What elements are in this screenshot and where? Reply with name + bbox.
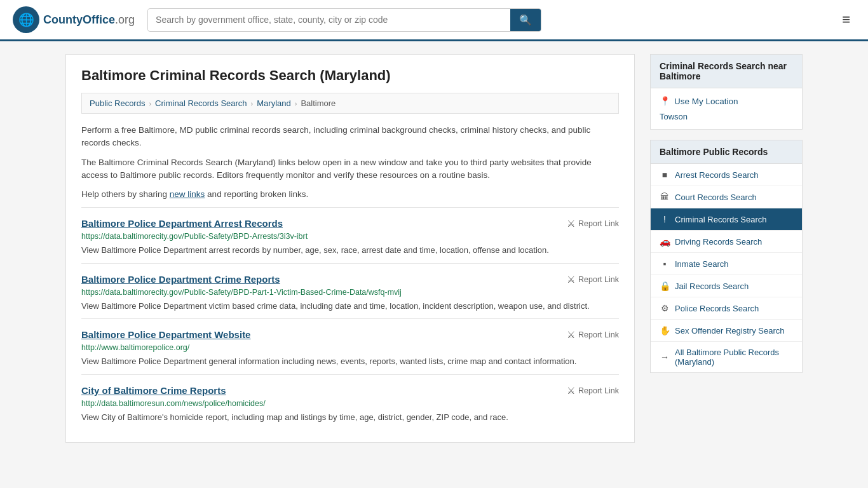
report-link-1[interactable]: ⚔ Report Link <box>567 274 619 285</box>
result-desc-2: View Baltimore Police Department general… <box>81 355 619 368</box>
report-link-3[interactable]: ⚔ Report Link <box>567 385 619 396</box>
result-title-arrest-records[interactable]: Baltimore Police Department Arrest Recor… <box>81 218 283 229</box>
sidebar-criminal-records-title: Criminal Records Search near Baltimore <box>651 55 802 88</box>
page-title: Baltimore Criminal Records Search (Maryl… <box>81 67 619 84</box>
result-header: City of Baltimore Crime Reports ⚔ Report… <box>81 385 619 396</box>
new-links-link[interactable]: new links <box>170 189 205 199</box>
result-desc-3: View City of Baltimore's homicide report… <box>81 411 619 424</box>
search-button[interactable]: 🔍 <box>510 9 541 31</box>
result-title-crime-reports[interactable]: Baltimore Police Department Crime Report… <box>81 274 280 285</box>
result-item: Baltimore Police Department Arrest Recor… <box>81 207 619 263</box>
driving-records-icon: 🚗 <box>660 236 670 247</box>
result-header: Baltimore Police Department Arrest Recor… <box>81 218 619 229</box>
sidebar-item-driving-records[interactable]: 🚗 Driving Records Search <box>651 231 802 253</box>
result-url-0: https://data.baltimorecity.gov/Public-Sa… <box>81 232 619 241</box>
sidebar-location: 📍 Use My Location Towson <box>651 88 802 129</box>
report-icon-3: ⚔ <box>567 385 575 396</box>
nearby-city-link[interactable]: Towson <box>660 112 688 121</box>
result-url-1: https://data.baltimorecity.gov/Public-Sa… <box>81 288 619 297</box>
main-content: Baltimore Criminal Records Search (Maryl… <box>65 54 635 443</box>
result-item: Baltimore Police Department Website ⚔ Re… <box>81 318 619 374</box>
result-item: Baltimore Police Department Crime Report… <box>81 263 619 319</box>
report-icon-2: ⚔ <box>567 329 575 341</box>
search-bar: 🔍 <box>147 8 541 32</box>
report-icon-1: ⚔ <box>567 274 575 285</box>
site-header: 🌐 CountyOffice.org 🔍 ≡ <box>0 0 868 41</box>
search-input[interactable] <box>148 10 510 30</box>
result-desc-1: View Baltimore Police Department victim … <box>81 300 619 313</box>
sidebar-criminal-records-section: Criminal Records Search near Baltimore 📍… <box>650 54 803 130</box>
jail-records-icon: 🔒 <box>660 281 670 291</box>
criminal-records-icon: ! <box>660 214 670 224</box>
result-url-3: http://data.baltimoresun.com/news/police… <box>81 399 619 408</box>
result-title-city-crime-reports[interactable]: City of Baltimore Crime Reports <box>81 385 226 396</box>
sidebar: Criminal Records Search near Baltimore 📍… <box>650 54 803 443</box>
breadcrumb-sep-1: › <box>149 100 151 107</box>
logo-text: CountyOffice.org <box>43 13 135 27</box>
sidebar-item-police-records[interactable]: ⚙ Police Records Search <box>651 297 802 320</box>
result-title-pd-website[interactable]: Baltimore Police Department Website <box>81 329 250 340</box>
sidebar-item-jail-records[interactable]: 🔒 Jail Records Search <box>651 275 802 297</box>
report-link-0[interactable]: ⚔ Report Link <box>567 218 619 229</box>
location-pin-icon: 📍 <box>660 96 670 106</box>
all-records-link[interactable]: → All Baltimore Public Records (Maryland… <box>651 342 802 372</box>
police-records-icon: ⚙ <box>660 303 670 313</box>
sex-offender-icon: ✋ <box>660 325 670 336</box>
logo-link[interactable]: 🌐 CountyOffice.org <box>13 6 135 33</box>
arrest-records-icon: ■ <box>660 170 670 180</box>
result-item: City of Baltimore Crime Reports ⚔ Report… <box>81 374 619 430</box>
all-records-icon: → <box>660 352 670 362</box>
sidebar-item-criminal-records[interactable]: ! Criminal Records Search <box>651 208 802 231</box>
result-header: Baltimore Police Department Crime Report… <box>81 274 619 285</box>
description-2: The Baltimore Criminal Records Search (M… <box>81 156 619 182</box>
breadcrumb-item-maryland[interactable]: Maryland <box>257 98 290 108</box>
sidebar-item-arrest-records[interactable]: ■ Arrest Records Search <box>651 164 802 186</box>
results-list: Baltimore Police Department Arrest Recor… <box>81 207 619 430</box>
description-3: Help others by sharing new links and rep… <box>81 188 619 201</box>
sidebar-public-records-title: Baltimore Public Records <box>651 140 802 164</box>
sidebar-public-records-section: Baltimore Public Records ■ Arrest Record… <box>650 140 803 373</box>
breadcrumb-item-public-records[interactable]: Public Records <box>90 98 145 108</box>
result-desc-0: View Baltimore Police Department arrest … <box>81 244 619 257</box>
use-location-link[interactable]: 📍 Use My Location <box>660 96 793 106</box>
sidebar-item-sex-offender[interactable]: ✋ Sex Offender Registry Search <box>651 320 802 342</box>
court-records-icon: 🏛 <box>660 192 670 202</box>
header-right: ≡ <box>837 9 855 30</box>
report-link-2[interactable]: ⚔ Report Link <box>567 329 619 341</box>
breadcrumb-sep-2: › <box>251 100 254 107</box>
page-body: Baltimore Criminal Records Search (Maryl… <box>53 41 815 456</box>
inmate-search-icon: ▪ <box>660 259 670 269</box>
report-icon-0: ⚔ <box>567 218 575 229</box>
breadcrumb-sep-3: › <box>295 100 297 107</box>
sidebar-item-court-records[interactable]: 🏛 Court Records Search <box>651 186 802 208</box>
breadcrumb-item-baltimore: Baltimore <box>301 98 336 108</box>
sidebar-item-inmate-search[interactable]: ▪ Inmate Search <box>651 253 802 275</box>
result-url-2: http://www.baltimorepolice.org/ <box>81 343 619 352</box>
menu-button[interactable]: ≡ <box>837 9 855 30</box>
breadcrumb-item-criminal-records[interactable]: Criminal Records Search <box>155 98 247 108</box>
result-header: Baltimore Police Department Website ⚔ Re… <box>81 329 619 341</box>
breadcrumb: Public Records › Criminal Records Search… <box>81 93 619 114</box>
logo-icon: 🌐 <box>13 6 39 33</box>
description-1: Perform a free Baltimore, MD public crim… <box>81 124 619 150</box>
